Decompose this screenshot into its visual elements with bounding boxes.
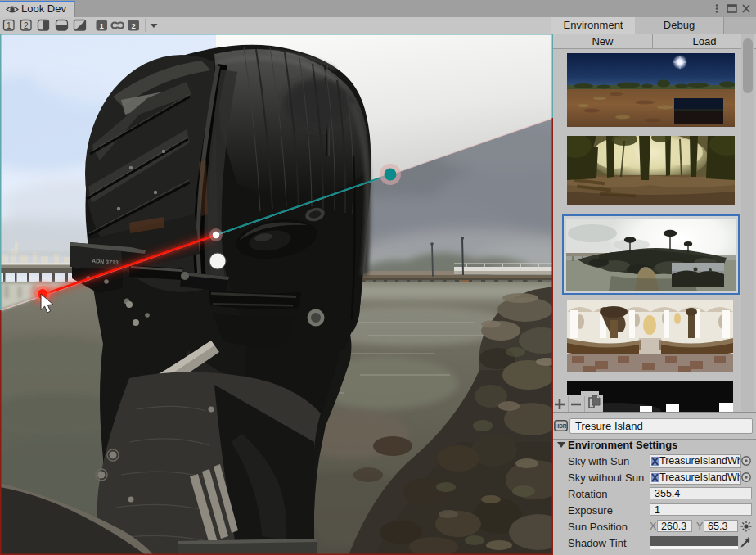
svg-text:1: 1	[7, 21, 11, 30]
svg-text:2: 2	[24, 21, 29, 30]
svg-text:1: 1	[100, 21, 105, 30]
svg-text:2: 2	[132, 21, 136, 30]
svg-text:HDR: HDR	[555, 423, 566, 429]
